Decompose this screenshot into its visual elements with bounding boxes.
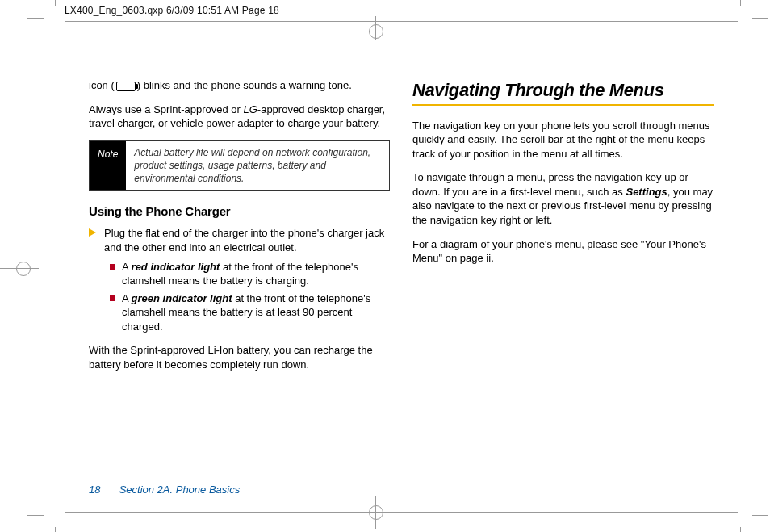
page-footer: 18 Section 2A. Phone Basics xyxy=(89,484,240,496)
page-frame: icon () blinks and the phone sounds a wa… xyxy=(65,21,738,513)
bullet-text: A red indicator light at the front of th… xyxy=(122,260,390,288)
bullet-row: A red indicator light at the front of th… xyxy=(110,260,390,288)
column-left: icon () blinks and the phone sounds a wa… xyxy=(89,78,390,488)
column-right: Navigating Through the Menus The navigat… xyxy=(412,78,714,488)
section-title: Navigating Through the Menus xyxy=(412,78,714,103)
bullet-row: A green indicator light at the front of … xyxy=(110,291,390,334)
paragraph: With the Sprint-approved Li-Ion battery,… xyxy=(89,343,390,371)
slug-line: LX400_Eng_0603.qxp 6/3/09 10:51 AM Page … xyxy=(65,5,279,16)
bullet-text: A green indicator light at the front of … xyxy=(122,291,390,334)
square-bullet-icon xyxy=(110,295,115,301)
paragraph: icon () blinks and the phone sounds a wa… xyxy=(89,78,390,93)
step-row: Plug the flat end of the charger into th… xyxy=(89,226,390,254)
subheading-charger: Using the Phone Charger xyxy=(89,203,390,220)
section-label: Section 2A. Phone Basics xyxy=(119,484,241,496)
page-number: 18 xyxy=(89,484,116,496)
square-bullet-icon xyxy=(110,264,115,270)
paragraph: For a diagram of your phone's menu, plea… xyxy=(412,237,714,266)
note-box: Note Actual battery life will depend on … xyxy=(89,140,390,191)
registration-mark-left xyxy=(0,244,56,292)
paragraph: To navigate through a menu, press the na… xyxy=(412,170,714,227)
play-bullet-icon xyxy=(89,228,96,237)
title-underline xyxy=(412,104,714,106)
battery-icon xyxy=(116,82,136,91)
note-text: Actual battery life will depend on netwo… xyxy=(126,141,389,191)
step-text: Plug the flat end of the charger into th… xyxy=(104,226,390,254)
paragraph: Always use a Sprint-approved or LG-appro… xyxy=(89,103,390,131)
paragraph: The navigation key on your phone lets yo… xyxy=(412,119,714,161)
print-sheet: LX400_Eng_0603.qxp 6/3/09 10:51 AM Page … xyxy=(0,0,770,532)
note-label: Note xyxy=(90,141,126,191)
